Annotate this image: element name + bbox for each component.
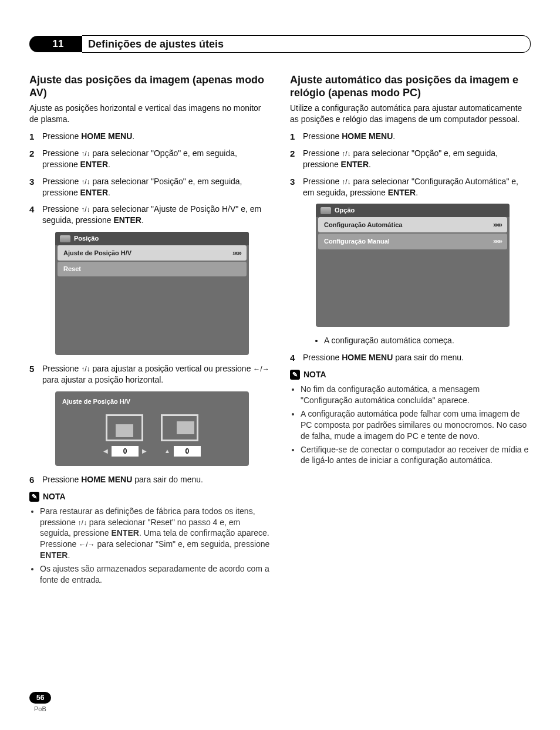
vertical-position-icon bbox=[106, 414, 143, 441]
osd-row-hv: Ajuste de Posição H/V »»» bbox=[58, 245, 247, 261]
note-icon: ✎ bbox=[290, 370, 300, 380]
up-down-arrow-icon: ↑/↓ bbox=[81, 206, 90, 213]
left-note-header: ✎ NOTA bbox=[29, 491, 270, 502]
triangle-left-icon: ◀ bbox=[103, 447, 108, 455]
osd-row-label: Reset bbox=[63, 265, 81, 273]
osd-option-menu: Opção Configuração Automática »»» Config… bbox=[316, 204, 510, 327]
osd-row-label: Ajuste de Posição H/V bbox=[63, 249, 131, 258]
left-heading: Ajuste das posições da imagem (apenas mo… bbox=[29, 74, 270, 99]
text: Pressione bbox=[303, 353, 342, 362]
up-down-arrow-icon: ↑/↓ bbox=[342, 150, 350, 157]
triangle-up-icon: ▲ bbox=[164, 447, 170, 455]
text: Pressione bbox=[303, 148, 342, 158]
triangle-right-icon: ▶ bbox=[142, 447, 147, 455]
hv-adjust-panel: Ajuste de Posição H/V ◀ 0 ▶ bbox=[55, 391, 249, 466]
osd-position-menu: Posição Ajuste de Posição H/V »»» Reset bbox=[55, 232, 249, 355]
left-right-arrow-icon: ←/→ bbox=[253, 366, 269, 373]
period: . bbox=[416, 188, 418, 197]
right-step-3: Pressione ↑/↓ para selecionar "Configura… bbox=[290, 176, 531, 347]
left-step-1: Pressione HOME MENU. bbox=[29, 131, 270, 142]
osd-row-auto: Configuração Automática »»» bbox=[318, 217, 507, 232]
text: para selecionar "Sim" e, em seguida, pre… bbox=[95, 539, 270, 549]
osd-menu-icon bbox=[321, 207, 331, 214]
manual-page: 11 Definições de ajustes úteis Ajuste da… bbox=[0, 0, 560, 730]
left-step-3: Pressione ↑/↓ para selecionar "Posição" … bbox=[29, 176, 270, 198]
text: Pressione bbox=[42, 475, 81, 484]
period: . bbox=[68, 550, 70, 560]
right-note-2: A configuração automática pode falhar co… bbox=[301, 408, 531, 442]
left-step-5: Pressione ↑/↓ para ajustar a posição ver… bbox=[29, 363, 270, 466]
right-sub-bullet: A configuração automática começa. bbox=[303, 335, 531, 346]
left-column: Ajuste das posições da imagem (apenas mo… bbox=[29, 74, 270, 588]
enter-key: ENTER bbox=[341, 160, 369, 169]
hv-values: ◀ 0 ▶ ▲ 0 bbox=[62, 446, 242, 457]
hv-title: Ajuste de Posição H/V bbox=[62, 397, 242, 406]
right-column: Ajuste automático das posições da imagem… bbox=[290, 74, 531, 588]
page-footer: 56 PoB bbox=[29, 692, 51, 714]
horizontal-position-icon bbox=[161, 414, 198, 441]
text: Pressione bbox=[42, 148, 81, 158]
chevron-right-icon: »»» bbox=[493, 236, 501, 246]
up-down-arrow-icon: ↑/↓ bbox=[81, 366, 90, 373]
period: . bbox=[369, 160, 371, 169]
osd-title: Posição bbox=[74, 234, 99, 243]
enter-key: ENTER bbox=[80, 188, 108, 197]
right-step-2: Pressione ↑/↓ para selecionar "Opção" e,… bbox=[290, 148, 531, 170]
left-notes: Para restaurar as definições de fábrica … bbox=[29, 506, 270, 586]
period: . bbox=[108, 188, 110, 197]
up-down-arrow-icon: ↑/↓ bbox=[342, 178, 350, 185]
note-icon: ✎ bbox=[29, 492, 39, 502]
osd-row-label: Configuração Manual bbox=[324, 237, 390, 246]
osd-menu-icon bbox=[60, 235, 70, 242]
osd-titlebar: Posição bbox=[55, 232, 249, 245]
osd-empty-body bbox=[316, 249, 510, 327]
period: . bbox=[393, 131, 395, 141]
right-step-4: Pressione HOME MENU para sair do menu. bbox=[290, 352, 531, 363]
text: Pressione bbox=[42, 177, 81, 186]
note-label: NOTA bbox=[43, 491, 66, 502]
right-intro: Utilize a configuração automática para a… bbox=[290, 103, 531, 125]
left-step-2: Pressione ↑/↓ para selecionar "Opção" e,… bbox=[29, 148, 270, 170]
home-menu-key: HOME MENU bbox=[342, 131, 393, 141]
value-box: 0 bbox=[112, 446, 139, 457]
chapter-title-wrap: Definições de ajustes úteis bbox=[82, 35, 531, 53]
page-number: 56 bbox=[29, 692, 51, 704]
chevron-right-icon: »»» bbox=[232, 248, 241, 258]
period: . bbox=[108, 160, 110, 169]
left-step-4: Pressione ↑/↓ para selecionar "Ajuste de… bbox=[29, 204, 270, 355]
osd-row-label: Configuração Automática bbox=[324, 221, 402, 229]
hv-vertical-value: ◀ 0 ▶ bbox=[103, 446, 147, 457]
chapter-header: 11 Definições de ajustes úteis bbox=[29, 35, 531, 53]
osd-row-manual: Configuração Manual »»» bbox=[318, 234, 507, 249]
home-menu-key: HOME MENU bbox=[342, 353, 393, 362]
left-step-6: Pressione HOME MENU para sair do menu. bbox=[29, 474, 270, 485]
up-down-arrow-icon: ↑/↓ bbox=[78, 519, 87, 526]
period: . bbox=[141, 215, 144, 225]
right-note-1: No fim da configuração automática, a men… bbox=[301, 384, 531, 406]
right-note-header: ✎ NOTA bbox=[290, 369, 531, 380]
right-steps: Pressione HOME MENU. Pressione ↑/↓ para … bbox=[290, 131, 531, 363]
right-heading: Ajuste automático das posições da imagem… bbox=[290, 74, 531, 99]
osd-empty-body bbox=[55, 276, 249, 355]
chevron-right-icon: »»» bbox=[493, 220, 501, 229]
right-step-1: Pressione HOME MENU. bbox=[290, 131, 531, 142]
chapter-number: 11 bbox=[53, 38, 64, 51]
left-note-2: Os ajustes são armazenados separadamente… bbox=[40, 563, 270, 586]
text: para ajustar a posição horizontal. bbox=[42, 375, 163, 384]
enter-key: ENTER bbox=[40, 550, 68, 560]
osd-title: Opção bbox=[335, 206, 355, 215]
up-down-arrow-icon: ↑/↓ bbox=[81, 178, 90, 185]
right-notes: No fim da configuração automática, a men… bbox=[290, 384, 531, 466]
right-sub-bullet-item: A configuração automática começa. bbox=[324, 335, 531, 346]
text: para ajustar a posição vertical ou press… bbox=[90, 364, 254, 373]
page-language: PoB bbox=[29, 705, 51, 714]
chapter-title: Definições de ajustes úteis bbox=[88, 37, 224, 51]
text: Pressione bbox=[303, 131, 342, 141]
left-note-1: Para restaurar as definições de fábrica … bbox=[40, 506, 270, 561]
period: . bbox=[132, 131, 134, 141]
hv-horizontal-value: ▲ 0 bbox=[164, 446, 201, 457]
value-box: 0 bbox=[174, 446, 201, 457]
home-menu-key: HOME MENU bbox=[81, 475, 132, 484]
enter-key: ENTER bbox=[111, 528, 139, 538]
left-steps: Pressione HOME MENU. Pressione ↑/↓ para … bbox=[29, 131, 270, 485]
